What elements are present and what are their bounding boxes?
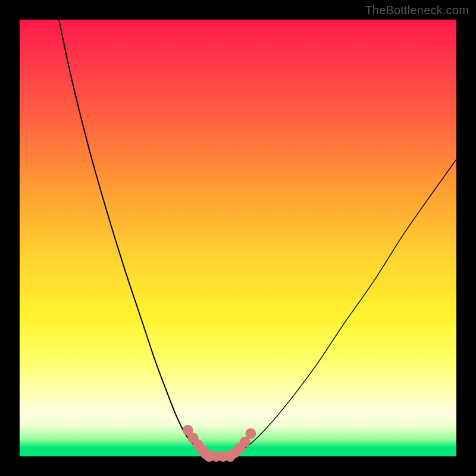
- chart-frame: TheBottleneck.com: [0, 0, 476, 476]
- chart-svg: [20, 20, 456, 456]
- marker-right-dots: [245, 428, 256, 439]
- plot-area: [20, 20, 456, 456]
- series-right-curve: [229, 159, 456, 456]
- chart-lines: [59, 20, 456, 456]
- chart-markers: [183, 425, 256, 462]
- series-left-curve: [59, 20, 208, 456]
- watermark-text: TheBottleneck.com: [365, 4, 469, 17]
